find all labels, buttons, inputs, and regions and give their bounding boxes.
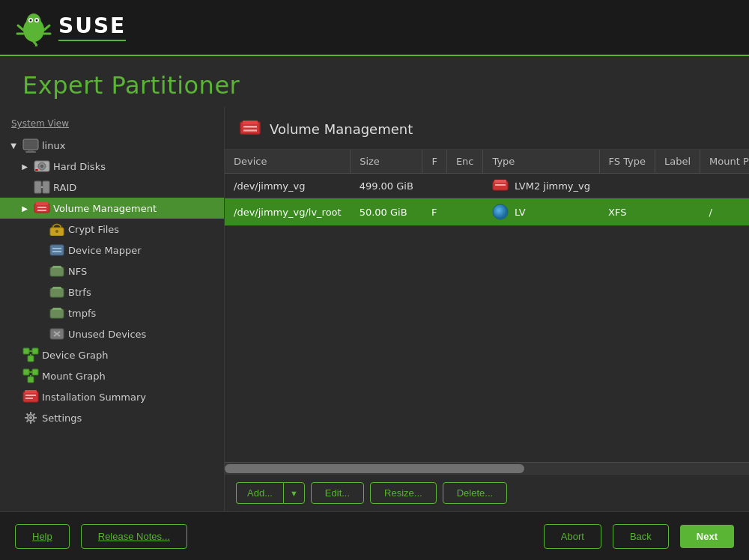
- suse-logo-text: SUSE: [58, 13, 126, 41]
- delete-button[interactable]: Delete...: [443, 482, 507, 504]
- gecko-icon: [15, 9, 52, 46]
- panel-header: Volume Management: [225, 107, 749, 150]
- svg-line-55: [27, 414, 28, 416]
- svg-rect-17: [34, 181, 41, 193]
- sidebar-item-crypt-files[interactable]: ▶ Crypt Files: [0, 219, 224, 240]
- lvm-icon: [492, 179, 509, 192]
- cell-f-0: [422, 174, 446, 198]
- action-buttons-bar: Add... ▼ Edit... Resize... Delete...: [225, 474, 749, 511]
- sidebar-harddisks-label: Hard Disks: [53, 161, 106, 172]
- table-row[interactable]: /dev/jimmy_vg 499.00 GiB: [225, 174, 749, 198]
- sidebar-item-raid[interactable]: ▶ RAID: [0, 177, 224, 198]
- settings-icon: [22, 410, 39, 426]
- bottom-nav: Help Release Notes... Abort Back Next: [0, 511, 749, 560]
- horizontal-scrollbar[interactable]: [225, 462, 749, 474]
- hard-disk-icon: [34, 158, 50, 174]
- resize-button[interactable]: Resize...: [370, 482, 437, 504]
- col-fstype: FS Type: [599, 150, 655, 174]
- sidebar-item-volume-management[interactable]: ▶ Volume Management: [0, 198, 224, 219]
- svg-line-58: [27, 421, 28, 422]
- svg-rect-30: [50, 288, 64, 297]
- col-type: Type: [483, 150, 599, 174]
- sidebar-item-linux[interactable]: ▼ linux: [0, 135, 224, 156]
- btrfs-icon: [49, 284, 65, 300]
- table-header-row: Device Size F Enc Type FS Type Label Mou…: [225, 150, 749, 174]
- svg-point-15: [40, 165, 43, 168]
- cell-type-1: LV: [483, 198, 599, 226]
- sidebar-item-unused-devices[interactable]: ▶ Unused Devices: [0, 323, 224, 344]
- content-area: System View ▼ linux ▶: [0, 107, 749, 511]
- add-button[interactable]: Add...: [236, 482, 283, 504]
- cell-label-1: [655, 198, 700, 226]
- lv-circle-icon: [492, 204, 509, 220]
- suse-logo: SUSE: [15, 9, 126, 46]
- sidebar-btrfs-label: Btrfs: [68, 287, 91, 298]
- cell-enc-1: [446, 198, 483, 226]
- sidebar-settings-label: Settings: [42, 413, 82, 424]
- svg-rect-64: [494, 180, 506, 183]
- svg-rect-48: [25, 398, 33, 399]
- sidebar-linux-label: linux: [42, 140, 65, 151]
- sidebar-item-settings[interactable]: ▶ Settings: [0, 407, 224, 428]
- tmpfs-icon: [49, 305, 65, 321]
- cell-size-1: 50.00 GiB: [351, 198, 422, 226]
- sidebar-item-device-graph[interactable]: ▶ Device Graph: [0, 344, 224, 365]
- svg-rect-16: [35, 169, 38, 171]
- linux-icon: [22, 137, 39, 153]
- right-panel: Volume Management Device Size F Enc Type…: [225, 107, 749, 511]
- sidebar-is-label: Installation Summary: [42, 392, 146, 403]
- svg-rect-60: [243, 121, 258, 124]
- main-area: Expert Partitioner System View ▼ linux: [0, 56, 749, 560]
- svg-line-8: [44, 25, 49, 30]
- panel-title: Volume Management: [270, 121, 413, 137]
- cell-device-0: /dev/jimmy_vg: [225, 174, 351, 198]
- help-button[interactable]: Help: [15, 524, 70, 549]
- col-size: Size: [351, 150, 422, 174]
- edit-button[interactable]: Edit...: [311, 482, 364, 504]
- release-notes-button[interactable]: Release Notes...: [81, 524, 187, 549]
- abort-button[interactable]: Abort: [544, 524, 601, 549]
- add-dropdown-button[interactable]: ▼: [283, 482, 305, 504]
- svg-rect-41: [32, 369, 38, 375]
- cell-device-1: /dev/jimmy_vg/lv_root: [225, 198, 351, 226]
- svg-rect-10: [23, 139, 38, 150]
- svg-rect-18: [43, 181, 49, 193]
- back-button[interactable]: Back: [613, 524, 669, 549]
- expand-vm-icon[interactable]: ▶: [19, 202, 31, 214]
- sidebar-dg-label: Device Graph: [42, 350, 108, 361]
- page-title: Expert Partitioner: [22, 71, 727, 100]
- svg-rect-22: [37, 207, 46, 208]
- device-mapper-icon: [49, 242, 65, 258]
- nfs-icon: [49, 263, 65, 279]
- cell-f-1: F: [422, 198, 446, 226]
- svg-point-4: [30, 19, 32, 21]
- sidebar-item-mount-graph[interactable]: ▶ Mount Graph: [0, 365, 224, 386]
- cell-mount-0: [700, 174, 749, 198]
- scrollbar-thumb[interactable]: [225, 464, 524, 473]
- crypt-files-icon: [49, 221, 65, 237]
- cell-fstype-0: [599, 174, 655, 198]
- next-button[interactable]: Next: [680, 525, 734, 548]
- svg-point-25: [55, 230, 58, 233]
- sidebar-item-tmpfs[interactable]: ▶ tmpfs: [0, 302, 224, 323]
- table-row[interactable]: /dev/jimmy_vg/lv_root 50.00 GiB F: [225, 198, 749, 226]
- expand-linux-icon[interactable]: ▼: [7, 139, 19, 151]
- table-container[interactable]: Device Size F Enc Type FS Type Label Mou…: [225, 150, 749, 462]
- svg-rect-46: [25, 390, 37, 393]
- svg-point-1: [26, 13, 41, 31]
- sidebar-item-hard-disks[interactable]: ▶ Hard Disks: [0, 156, 224, 177]
- volume-management-sidebar-icon: [34, 200, 50, 216]
- sidebar-unused-label: Unused Devices: [68, 329, 146, 340]
- svg-point-66: [493, 204, 508, 219]
- sidebar-item-btrfs[interactable]: ▶ Btrfs: [0, 281, 224, 302]
- sidebar-item-installation-summary[interactable]: ▶ Installation Summary: [0, 386, 224, 407]
- devices-table: Device Size F Enc Type FS Type Label Mou…: [225, 150, 749, 226]
- sidebar-tmpfs-label: tmpfs: [68, 308, 96, 319]
- sidebar-item-nfs[interactable]: ▶ NFS: [0, 261, 224, 281]
- expand-hardisks-icon[interactable]: ▶: [19, 160, 31, 172]
- sidebar-item-device-mapper[interactable]: ▶ Device Mapper: [0, 240, 224, 261]
- svg-rect-23: [37, 210, 46, 211]
- svg-rect-62: [243, 130, 257, 132]
- col-label: Label: [655, 150, 700, 174]
- col-device: Device: [225, 150, 351, 174]
